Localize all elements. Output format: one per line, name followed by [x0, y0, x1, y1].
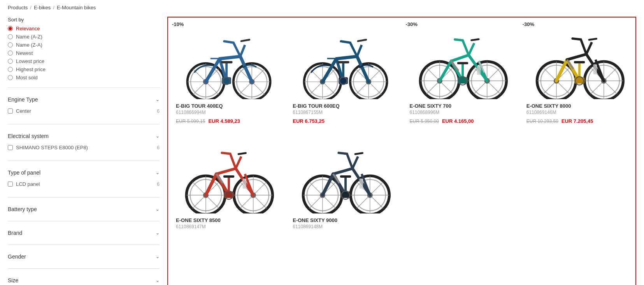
sort-relevance-label: Relevance [16, 26, 40, 31]
divider-electrical-panel [8, 161, 160, 161]
price-old-3: EUR 5.950,00 [410, 119, 439, 124]
svg-rect-100 [223, 175, 234, 178]
product-card-1[interactable]: -10% [172, 21, 281, 128]
breadcrumb-ebikes[interactable]: E-bikes [34, 5, 51, 10]
svg-rect-81 [588, 38, 597, 41]
product-sku-6: 6110869148M [293, 224, 394, 229]
product-grid: -10% [172, 21, 632, 236]
svg-rect-38 [357, 38, 367, 42]
filter-brand-chevron: ⌄ [156, 230, 160, 236]
sort-name-az[interactable]: Name (A-Z) [8, 34, 160, 40]
product-image-3 [410, 25, 511, 99]
breadcrumb-products[interactable]: Products [8, 5, 28, 10]
product-image-1 [176, 25, 277, 99]
product-card-4[interactable]: -30% [523, 21, 632, 128]
product-name-5: E-ONE SIXTY 8500 [176, 217, 277, 223]
sort-label: Sort by [8, 17, 160, 23]
product-price-4: EUR 10.293,50 EUR 7.205,45 [526, 118, 628, 124]
product-sku-2: 6110867155M [293, 110, 394, 115]
filter-electrical-system: Electrical system ⌄ SHIMANO STEPS E8000 … [8, 129, 160, 156]
filter-engine-center-count: 6 [157, 108, 160, 114]
product-sku-1: 6110866994M [176, 110, 277, 115]
filter-engine-type-chevron: ⌄ [156, 97, 160, 102]
product-card-6[interactable]: E-ONE SIXTY 9000 6110869148M [289, 136, 398, 236]
product-name-1: E-BIG TOUR 400EQ [176, 103, 277, 109]
filter-electrical-header[interactable]: Electrical system ⌄ [8, 129, 160, 143]
bike-svg-6 [293, 140, 394, 213]
filter-engine-type: Engine Type ⌄ Center 6 [8, 93, 160, 119]
sort-name-az-label: Name (A-Z) [16, 34, 42, 40]
filter-gender-header[interactable]: Gender ⌄ [8, 250, 160, 264]
divider-brand-gender [8, 245, 160, 245]
sort-newest[interactable]: Newest [8, 50, 160, 56]
svg-line-80 [586, 42, 592, 54]
sort-name-za[interactable]: Name (Z-A) [8, 42, 160, 48]
sort-relevance[interactable]: Relevance [8, 26, 160, 31]
filter-lcd[interactable]: LCD panel 6 [8, 180, 160, 189]
bike-svg-3 [410, 25, 511, 99]
breadcrumb-sep-1: / [30, 5, 32, 10]
divider-engine-electrical [8, 124, 160, 124]
divider-panel-battery [8, 197, 160, 198]
price-new-1: EUR 4.589,23 [208, 118, 240, 124]
sort-highest-price[interactable]: Highest price [8, 66, 160, 72]
svg-line-101 [236, 157, 241, 169]
sort-most-sold-label: Most sold [16, 75, 38, 80]
filter-electrical-body: SHIMANO STEPS E8000 (EP8) 6 [8, 143, 160, 156]
product-image-5 [176, 140, 277, 213]
divider-sort-filters [8, 87, 160, 88]
svg-rect-77 [593, 64, 597, 74]
product-price-3: EUR 5.950,00 EUR 4.165,00 [410, 118, 511, 124]
svg-rect-41 [327, 58, 346, 59]
sort-lowest-price[interactable]: Lowest price [8, 58, 160, 64]
filter-shimano-count: 6 [157, 145, 160, 150]
product-sku-4: 6110869146M [526, 110, 628, 115]
filter-brand: Brand ⌄ [8, 226, 160, 240]
product-card-5[interactable]: E-ONE SIXTY 8500 6110869147M [172, 136, 281, 236]
product-sku-5: 6110869147M [176, 224, 277, 229]
svg-rect-102 [237, 152, 247, 155]
product-card-3[interactable]: -30% [406, 21, 515, 128]
filter-electrical-chevron: ⌄ [156, 133, 160, 139]
product-image-2 [293, 25, 394, 99]
svg-rect-121 [340, 175, 351, 178]
sort-name-za-label: Name (Z-A) [16, 42, 42, 48]
filter-engine-center-label: Center [16, 108, 154, 114]
product-price-1: EUR 5.099,15 EUR 4.589,23 [176, 118, 277, 124]
product-card-2[interactable]: E-BIG TOUR 600EQ 6110867155M EUR 6.753,2… [289, 21, 398, 128]
filter-panel-header[interactable]: Type of panel ⌄ [8, 166, 160, 180]
product-sku-3: 6110868996M [410, 110, 511, 115]
product-name-4: E-ONE SIXTY 8000 [526, 103, 628, 109]
filter-battery-chevron: ⌄ [156, 206, 160, 212]
filter-electrical-label: Electrical system [8, 133, 49, 139]
price-new-4: EUR 7.205,45 [562, 118, 593, 124]
filter-lcd-label: LCD panel [16, 181, 154, 187]
filter-gender-label: Gender [8, 254, 26, 260]
filter-size-label: Size [8, 277, 18, 283]
svg-rect-98 [243, 178, 246, 189]
filter-battery-header[interactable]: Battery type ⌄ [8, 202, 160, 216]
price-old-4: EUR 10.293,50 [526, 119, 558, 124]
filter-engine-type-header[interactable]: Engine Type ⌄ [8, 93, 160, 107]
filter-panel-label: Type of panel [8, 170, 40, 176]
filter-engine-center[interactable]: Center 6 [8, 107, 160, 115]
filter-size-header[interactable]: Size ⌄ [8, 273, 160, 285]
product-name-3: E-ONE SIXTY 700 [410, 103, 511, 109]
svg-line-37 [357, 45, 362, 57]
filter-panel-chevron: ⌄ [156, 170, 160, 175]
bike-svg-5 [176, 140, 277, 213]
discount-badge-1: -10% [172, 21, 184, 27]
breadcrumb-emtb[interactable]: E-Mountain bikes [57, 5, 96, 10]
svg-rect-58 [457, 62, 468, 64]
sort-most-sold[interactable]: Most sold [8, 75, 160, 80]
filter-gender-chevron: ⌄ [156, 254, 160, 259]
filter-brand-header[interactable]: Brand ⌄ [8, 226, 160, 240]
filter-engine-type-body: Center 6 [8, 107, 160, 119]
svg-rect-123 [354, 152, 363, 155]
product-name-2: E-BIG TOUR 600EQ [293, 103, 394, 109]
filter-shimano[interactable]: SHIMANO STEPS E8000 (EP8) 6 [8, 143, 160, 152]
product-name-6: E-ONE SIXTY 9000 [293, 217, 394, 223]
sort-options: Relevance Name (A-Z) Name (Z-A) Newest [8, 26, 160, 80]
price-regular-2: EUR 6.753,25 [293, 118, 325, 124]
breadcrumb-sep-2: / [53, 5, 54, 10]
